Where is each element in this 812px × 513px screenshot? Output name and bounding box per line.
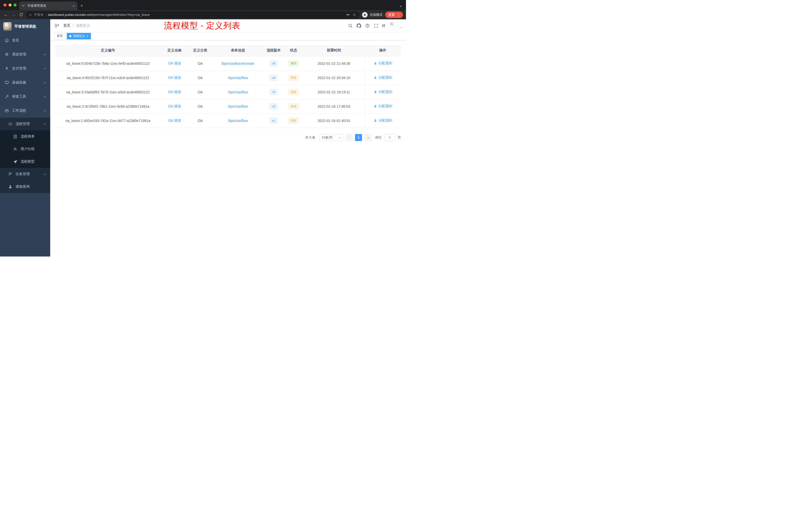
- font-size-icon[interactable]: tT: [382, 23, 385, 28]
- breadcrumb-home[interactable]: 首页: [63, 23, 70, 28]
- breadcrumb: 首页 / 流程定义: [63, 23, 90, 28]
- browser-tab-strip: 芋道管理系统 × + ▾: [0, 0, 406, 10]
- sidebar-item-leave-query[interactable]: 请假查询: [0, 180, 50, 193]
- breadcrumb-current: 流程定义: [76, 23, 90, 28]
- address-bar[interactable]: ⚠ 不安全 dashboard.yudao.iocoder.cn/bpm/man…: [26, 11, 359, 18]
- tag-label: 首页: [57, 34, 63, 38]
- github-icon[interactable]: [356, 23, 361, 28]
- definition-name-link[interactable]: OA 请假: [168, 90, 181, 94]
- page-size-value: 10条/页: [322, 135, 333, 140]
- sidebar-item-label: 首页: [12, 38, 46, 43]
- sidebar-item-devtools[interactable]: 研发工具: [0, 90, 50, 104]
- form-link[interactable]: /bpm/oa/flow: [228, 76, 248, 80]
- minimize-window-button[interactable]: [8, 3, 11, 6]
- definition-id: oa_leave:4:991f2193-7b7f-11ec-a3c8-acde4…: [55, 70, 161, 85]
- list-icon: [8, 122, 12, 126]
- caret-down-icon[interactable]: ▾: [401, 26, 402, 30]
- page-number-button[interactable]: 1: [355, 134, 362, 141]
- definition-name-link[interactable]: OA 请假: [168, 104, 181, 108]
- sidebar-item-label: 基础设施: [12, 80, 41, 85]
- sidebar-item-task-management[interactable]: 任务管理: [0, 168, 50, 180]
- tag-home[interactable]: 首页: [54, 33, 65, 39]
- fullscreen-icon[interactable]: [374, 23, 378, 28]
- reload-icon[interactable]: [19, 12, 23, 17]
- sidebar-item-home[interactable]: 首页: [0, 33, 50, 48]
- user-icon: [374, 90, 377, 94]
- browser-tab[interactable]: 芋道管理系统 ×: [19, 1, 77, 10]
- sidebar-item-process-form[interactable]: 流程表单: [0, 130, 50, 143]
- definition-name-link[interactable]: OA 请假: [168, 76, 181, 80]
- help-icon[interactable]: [365, 23, 370, 28]
- app-logo[interactable]: 芋道管理系统: [0, 19, 50, 33]
- assign-rule-link[interactable]: 分配规则: [374, 90, 392, 94]
- sidebar-item-workflow[interactable]: 工作流程: [0, 104, 50, 118]
- assign-rule-link[interactable]: 分配规则: [374, 75, 392, 80]
- back-icon[interactable]: ←: [3, 12, 8, 17]
- url-text[interactable]: dashboard.yudao.iocoder.cn/bpm/manager/d…: [48, 13, 150, 17]
- chevron-down-icon: [44, 95, 46, 97]
- prev-page-button[interactable]: ‹: [346, 134, 352, 141]
- annotation-overlay: 流程模型 - 定义列表: [164, 20, 240, 31]
- update-button[interactable]: 更新 ⋮: [385, 11, 403, 18]
- form-link[interactable]: /bpm/oa/flow: [228, 104, 248, 109]
- definition-category: OA: [188, 56, 212, 70]
- table-row: oa_leave:2:3c1f0ef1-76b1-11ec-9c66-a2380…: [55, 99, 401, 114]
- page-unit-label: 页: [398, 135, 401, 140]
- form-link[interactable]: /bpm/oa/flow: [228, 90, 248, 94]
- sidebar-item-label: 流程表单: [21, 134, 46, 139]
- assign-rule-label: 分配规则: [378, 90, 392, 94]
- app-title: 芋道管理系统: [14, 24, 36, 29]
- sidebar-item-system[interactable]: ⚙系统管理: [0, 48, 50, 61]
- sidebar-item-infrastructure[interactable]: 基础设施: [0, 76, 50, 90]
- definition-category: OA: [188, 70, 212, 85]
- user-icon: [8, 184, 12, 189]
- search-icon[interactable]: [348, 23, 353, 28]
- assign-rule-link[interactable]: 分配规则: [374, 61, 392, 65]
- zoom-window-button[interactable]: [13, 3, 17, 6]
- definition-category: OA: [188, 99, 212, 114]
- star-icon[interactable]: ☆: [352, 12, 356, 17]
- update-label: 更新: [388, 12, 395, 17]
- kebab-menu-icon[interactable]: ⋮: [397, 13, 401, 17]
- sidebar-item-process-management[interactable]: 流程管理: [0, 118, 50, 130]
- table-row: oa_leave:5:004b710b-7b8a-11ec-8ef0-acde4…: [55, 56, 401, 70]
- page-size-select[interactable]: 10条/页: [319, 134, 343, 141]
- definition-name-link[interactable]: OA 请假: [168, 61, 181, 65]
- hamburger-icon[interactable]: [54, 23, 59, 28]
- tag-current[interactable]: 流程定义 ×: [67, 33, 91, 39]
- definition-name-link[interactable]: OA 请假: [168, 118, 181, 122]
- definition-id: oa_leave:5:004b710b-7b8a-11ec-8ef0-acde4…: [55, 56, 161, 70]
- main-area: 首页 / 流程定义 流程模型 - 定义列表 tT ▾ 首页 流程定义 ×: [50, 19, 406, 256]
- tab-search-icon[interactable]: ▾: [400, 5, 402, 8]
- tag-close-icon[interactable]: ×: [86, 34, 88, 38]
- status-badge: 挂起: [288, 75, 299, 81]
- tag-label: 流程定义: [73, 34, 85, 38]
- url-host: dashboard.yudao.iocoder.cn: [48, 13, 91, 17]
- warning-icon: ⚠: [29, 13, 32, 16]
- status-badge: 挂起: [288, 103, 299, 110]
- form-link[interactable]: /bpm/oa/leave/create: [222, 61, 254, 65]
- definition-category: OA: [188, 85, 212, 99]
- column-header-form-info: 表单信息: [212, 45, 264, 56]
- tab-title: 芋道管理系统: [27, 4, 70, 8]
- deploy-time: 2022-01-16 01:40:51: [303, 114, 365, 128]
- sidebar-item-payment[interactable]: ¥支付管理: [0, 61, 50, 76]
- sidebar-item-user-group[interactable]: 用户分组: [0, 143, 50, 155]
- assign-rule-link[interactable]: 分配规则: [374, 118, 392, 123]
- close-window-button[interactable]: [3, 3, 6, 6]
- definitions-table: 定义编号 定义名称 定义分类 表单信息 流程版本 状态 部署时间 操作 oa_l…: [55, 45, 401, 128]
- security-label[interactable]: 不安全: [34, 12, 44, 17]
- task-icon: [8, 172, 12, 176]
- sidebar: 芋道管理系统 首页⚙系统管理¥支付管理基础设施研发工具工作流程流程管理流程表单用…: [0, 19, 50, 256]
- user-avatar[interactable]: [389, 21, 399, 30]
- forward-icon[interactable]: →: [11, 12, 17, 17]
- assign-rule-link[interactable]: 分配规则: [374, 104, 392, 109]
- goto-page-input[interactable]: [384, 134, 395, 141]
- key-icon[interactable]: [346, 12, 350, 17]
- new-tab-button[interactable]: +: [80, 3, 83, 8]
- table-header-row: 定义编号 定义名称 定义分类 表单信息 流程版本 状态 部署时间 操作: [55, 45, 401, 56]
- form-link[interactable]: /bpm/oa/flow: [228, 119, 248, 123]
- tab-close-icon[interactable]: ×: [72, 4, 75, 8]
- sidebar-item-process-model[interactable]: 流程模型: [0, 155, 50, 168]
- next-page-button[interactable]: ›: [365, 134, 372, 141]
